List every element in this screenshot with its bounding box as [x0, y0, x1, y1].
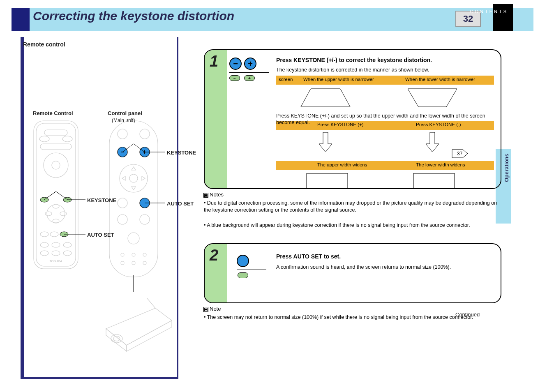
svg-point-48: [143, 261, 146, 265]
svg-point-6: [62, 136, 72, 142]
svg-point-3: [52, 161, 60, 169]
autoset-label-panel: AUTO SET: [167, 201, 194, 207]
svg-point-40: [118, 214, 127, 224]
contents-tab-bg[interactable]: [493, 4, 513, 31]
svg-point-14: [60, 212, 67, 216]
step-1-sidebar: [205, 50, 227, 188]
svg-rect-1: [36, 123, 76, 266]
svg-point-52: [111, 334, 122, 343]
step-2-number: 2: [210, 247, 218, 264]
svg-point-15: [60, 232, 68, 237]
keystone-minus-small-icon: −: [229, 75, 240, 81]
svg-point-32: [120, 164, 148, 192]
trapezoids-before: [276, 86, 494, 111]
page-37-text: 37: [457, 151, 463, 157]
svg-text:+: +: [143, 148, 146, 155]
control-panel-illustration: − +: [108, 119, 159, 292]
square-bullet-icon-2: [204, 307, 208, 311]
svg-rect-4: [44, 130, 67, 136]
step-1-title: Press KEYSTONE (+/-) to correct the keys…: [276, 57, 432, 63]
svg-point-9: [63, 197, 72, 202]
svg-marker-35: [132, 187, 136, 190]
step-1-box: 1 − + − + Press KEYSTONE (+/-) to correc…: [204, 49, 501, 189]
svg-point-19: [52, 242, 60, 247]
autoset-label-remote: AUTO SET: [87, 232, 114, 238]
svg-point-20: [63, 242, 72, 247]
svg-point-45: [143, 253, 146, 256]
svg-point-44: [132, 253, 135, 256]
svg-marker-61: [408, 89, 457, 107]
bar-screen-label: screen: [279, 76, 293, 83]
svg-text:−: −: [120, 148, 124, 155]
svg-point-21: [40, 251, 48, 256]
svg-rect-65: [307, 173, 348, 189]
icon-divider-2: [237, 270, 266, 270]
control-panel-heading: Control panel: [108, 110, 142, 116]
remote-control-illustration: TOSHIBA: [32, 119, 80, 275]
svg-point-22: [52, 251, 60, 256]
step-1-instr: Press KEYSTONE (+/-) and set up so that …: [276, 113, 494, 126]
svg-rect-66: [413, 173, 455, 189]
svg-point-23: [63, 251, 72, 256]
page-37-link[interactable]: 37: [451, 148, 469, 159]
page-title: Correcting the keystone distortion: [33, 9, 234, 23]
square-bullet-icon: [204, 193, 208, 197]
step-2-title: Press AUTO SET to set.: [276, 253, 341, 260]
svg-text:TOSHIBA: TOSHIBA: [50, 260, 62, 263]
bar1-a: When the upper width is narrower: [303, 76, 374, 83]
svg-point-26: [118, 129, 127, 139]
step-1-content: − + − + Press KEYSTONE (+/-) to correct …: [229, 56, 494, 182]
svg-rect-25: [109, 121, 158, 277]
svg-point-46: [121, 261, 124, 265]
step-2-content: Press AUTO SET to set. A confirmation so…: [229, 250, 494, 297]
svg-marker-60: [301, 89, 350, 107]
svg-marker-51: [127, 321, 172, 351]
svg-point-5: [39, 136, 49, 142]
svg-point-43: [121, 253, 124, 256]
icon-divider: [229, 72, 269, 73]
svg-point-13: [45, 212, 52, 216]
svg-point-17: [50, 232, 58, 237]
plus-glyph: +: [248, 59, 253, 69]
svg-marker-50: [106, 329, 127, 351]
svg-point-53: [113, 336, 120, 341]
svg-rect-0: [34, 121, 78, 269]
notes-1-line-2: • A blue background will appear during k…: [204, 222, 500, 229]
svg-point-10: [47, 205, 65, 223]
minus-glyph: −: [233, 59, 238, 69]
svg-point-27: [140, 129, 150, 139]
notes-1-header: Notes: [204, 191, 224, 198]
svg-marker-49: [106, 308, 172, 345]
keystone-plus-small-icon: +: [244, 75, 255, 81]
svg-point-42: [128, 233, 139, 244]
bar1-b: When the lower width is narrower: [405, 76, 475, 83]
header-stripe: [12, 8, 30, 31]
step-2-box: 2 Press AUTO SET to set. A confirmation …: [204, 243, 501, 303]
svg-point-41: [140, 214, 150, 224]
keystone-label-remote: KEYSTONE: [87, 197, 116, 203]
keystone-plus-icon: +: [244, 58, 256, 70]
note-2-header-text: Note: [210, 306, 221, 312]
svg-point-33: [129, 174, 138, 182]
svg-line-54: [147, 298, 155, 308]
bar3-a: The upper width widens: [317, 162, 367, 168]
svg-point-2: [44, 153, 68, 178]
section-tab-label: Operations: [503, 154, 510, 182]
step-1-number: 1: [210, 53, 218, 70]
svg-marker-37: [142, 176, 145, 180]
remote-control-heading: Remote control: [23, 41, 65, 48]
projector-illustration: [98, 296, 176, 353]
autoset-small-icon: [238, 272, 248, 278]
step-1-line2: The keystone distortion is corrected in …: [276, 67, 490, 73]
svg-point-47: [132, 261, 135, 265]
svg-point-8: [40, 197, 48, 202]
continued-label: Continued: [455, 311, 480, 318]
svg-rect-7: [40, 144, 72, 150]
keystone-minus-icon: −: [229, 58, 242, 70]
step-2-desc: A confirmation sound is heard, and the s…: [276, 264, 490, 270]
contents-tab-label[interactable]: CONTENTS: [470, 9, 508, 14]
notes-1-header-text: Notes: [210, 191, 224, 198]
autoset-big-icon: [237, 255, 249, 267]
note-2-header: Note: [204, 306, 221, 312]
keystone-label-panel: KEYSTONE: [167, 150, 196, 156]
